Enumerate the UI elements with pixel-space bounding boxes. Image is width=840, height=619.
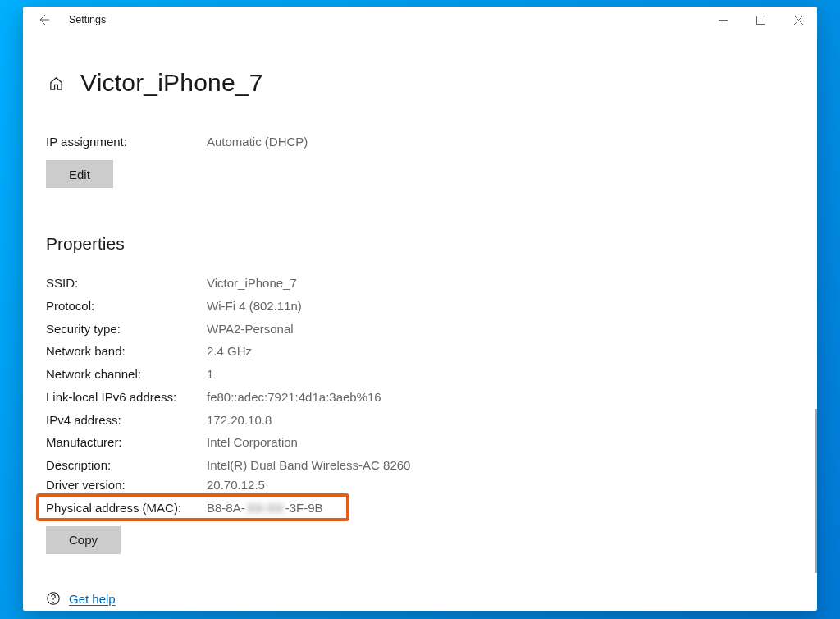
property-row: Protocol:Wi-Fi 4 (802.11n) — [46, 295, 794, 318]
properties-list: SSID:Victor_iPhone_7 Protocol:Wi-Fi 4 (8… — [46, 272, 794, 520]
property-value: 2.4 GHz — [207, 340, 252, 363]
property-label: Network channel: — [46, 363, 207, 386]
property-label: Security type: — [46, 318, 207, 341]
property-value: Victor_iPhone_7 — [207, 272, 297, 295]
property-row: Security type:WPA2-Personal — [46, 318, 794, 341]
scrollbar[interactable] — [815, 409, 817, 573]
property-label: Protocol: — [46, 295, 207, 318]
page-header: Victor_iPhone_7 — [46, 69, 794, 97]
property-value: Wi-Fi 4 (802.11n) — [207, 295, 302, 318]
window-title: Settings — [69, 14, 106, 25]
property-value: 1 — [207, 363, 213, 386]
svg-point-1 — [52, 602, 53, 603]
edit-button[interactable]: Edit — [46, 160, 113, 188]
minimize-button[interactable] — [704, 7, 742, 33]
mac-label: Physical address (MAC): — [46, 497, 207, 520]
property-value: Intel Corporation — [207, 431, 298, 454]
content-area: Victor_iPhone_7 IP assignment: Automatic… — [23, 33, 817, 611]
ip-assignment-label: IP assignment: — [46, 135, 207, 149]
back-button[interactable] — [34, 11, 52, 29]
property-row: Link-local IPv6 address:fe80::adec:7921:… — [46, 386, 794, 409]
page-title: Victor_iPhone_7 — [80, 69, 263, 97]
property-row: Driver version:20.70.12.5 — [46, 477, 794, 497]
svg-rect-0 — [756, 16, 765, 24]
property-label: Driver version: — [46, 477, 207, 493]
property-label: Link-local IPv6 address: — [46, 386, 207, 409]
property-row: Description:Intel(R) Dual Band Wireless-… — [46, 454, 794, 477]
property-row: Network channel:1 — [46, 363, 794, 386]
property-row: Manufacturer:Intel Corporation — [46, 431, 794, 454]
ip-assignment-value: Automatic (DHCP) — [207, 135, 308, 149]
property-label: SSID: — [46, 272, 207, 295]
mac-address-row: Physical address (MAC): B8-8A-XX-XX-3F-9… — [46, 497, 794, 520]
help-text: Get help — [69, 592, 116, 606]
copy-button[interactable]: Copy — [46, 526, 121, 554]
property-value: fe80::adec:7921:4d1a:3aeb%16 — [207, 386, 381, 409]
copy-container: Copy — [46, 526, 794, 554]
help-icon — [46, 591, 61, 606]
get-help-link[interactable]: Get help — [46, 591, 116, 606]
mac-value: B8-8A-XX-XX-3F-9B — [207, 497, 323, 520]
maximize-button[interactable] — [742, 7, 779, 33]
property-value: 20.70.12.5 — [207, 477, 265, 493]
arrow-left-icon — [37, 13, 50, 26]
close-button[interactable] — [779, 7, 817, 33]
property-label: Manufacturer: — [46, 431, 207, 454]
property-value: WPA2-Personal — [207, 318, 294, 341]
property-value: 172.20.10.8 — [207, 409, 272, 432]
property-label: IPv4 address: — [46, 409, 207, 432]
minimize-icon — [719, 16, 728, 25]
close-icon — [794, 16, 803, 25]
property-label: Network band: — [46, 340, 207, 363]
maximize-icon — [756, 16, 765, 25]
window-controls — [704, 7, 817, 33]
property-label: Description: — [46, 454, 207, 477]
property-row: Network band:2.4 GHz — [46, 340, 794, 363]
properties-heading: Properties — [46, 234, 794, 254]
ip-assignment-row: IP assignment: Automatic (DHCP) — [46, 135, 794, 149]
property-row: SSID:Victor_iPhone_7 — [46, 272, 794, 295]
settings-window: Settings Victor_iPhone_7 IP assignment: … — [23, 7, 817, 611]
home-icon[interactable] — [48, 75, 64, 91]
property-row: IPv4 address:172.20.10.8 — [46, 409, 794, 432]
titlebar: Settings — [23, 7, 817, 33]
property-value: Intel(R) Dual Band Wireless-AC 8260 — [207, 454, 410, 477]
